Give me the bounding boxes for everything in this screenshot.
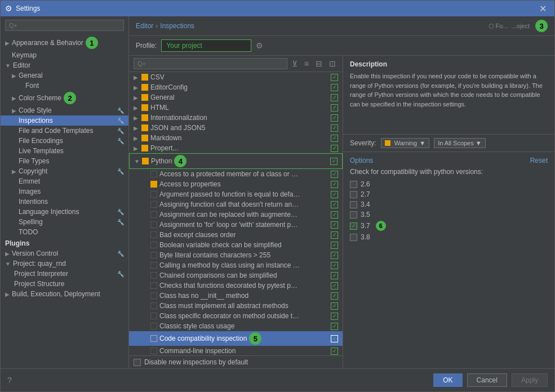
reset-link[interactable]: Reset <box>530 157 548 164</box>
checkbox-27[interactable] <box>350 191 357 198</box>
tree-node-pytest[interactable]: Checks that functions decorated by pytes… <box>129 280 343 291</box>
inspections-search-input[interactable] <box>134 58 287 69</box>
node-checkbox[interactable]: ✓ <box>331 262 338 269</box>
sidebar-item-spelling[interactable]: Spelling 🔧 <box>1 217 128 227</box>
ok-button[interactable]: OK <box>433 373 462 387</box>
node-checkbox[interactable]: ✓ <box>331 145 338 152</box>
tree-node-code-compat[interactable]: Code compatibility inspection 5 ✓ <box>129 331 343 346</box>
sidebar-item-inspections[interactable]: Inspections 🔧 <box>1 115 128 126</box>
node-checkbox[interactable]: ✓ <box>331 272 338 279</box>
node-checkbox[interactable]: ✓ <box>331 191 338 198</box>
tree-node-python[interactable]: ▼ Python 4 ✓ <box>129 153 343 169</box>
tree-node-html[interactable]: ▶ HTML ✓ <box>129 103 343 113</box>
node-checkbox[interactable]: ✓ <box>331 252 338 259</box>
node-checkbox[interactable]: ✓ <box>331 84 338 91</box>
sidebar-item-live-templates[interactable]: Live Templates <box>1 146 128 156</box>
sidebar-item-file-encodings[interactable]: File Encodings 🔧 <box>1 136 128 146</box>
tree-node-access-protected[interactable]: Access to a protected member of a class … <box>129 169 343 179</box>
tree-node-arg-default[interactable]: Argument passed to function is equal to … <box>129 189 343 199</box>
tree-node-calling-method[interactable]: Calling a method by class using an insta… <box>129 260 343 270</box>
sidebar-item-font[interactable]: Font <box>1 81 128 91</box>
tree-node-classic-style[interactable]: Classic style class usage ✓ <box>129 321 343 331</box>
sidebar-item-emmet[interactable]: Emmet <box>1 176 128 186</box>
node-checkbox[interactable]: ✓ <box>331 282 338 289</box>
close-button[interactable]: ✕ <box>536 2 550 15</box>
apply-button[interactable]: Apply <box>512 373 548 387</box>
checkbox-35[interactable] <box>350 211 357 219</box>
sidebar-item-file-types[interactable]: File Types <box>1 156 128 166</box>
tree-node-editorconfig[interactable]: ▶ EditorConfig ✓ <box>129 82 343 92</box>
tree-node-class-decorator[interactable]: Class specific decorator on method outsi… <box>129 311 343 321</box>
sidebar-item-project[interactable]: ▼ Project: quay_rnd <box>1 259 128 269</box>
tree-node-json[interactable]: ▶ JSON and JSON5 ✓ <box>129 123 343 133</box>
sidebar-item-color-scheme[interactable]: ▶ Color Scheme 2 <box>1 91 128 105</box>
sidebar-item-lang-injections[interactable]: Language Injections 🔧 <box>1 207 128 217</box>
node-checkbox[interactable]: ✓ <box>331 323 338 330</box>
sidebar-item-copyright[interactable]: ▶ Copyright 🔧 <box>1 166 128 176</box>
node-checkbox[interactable]: ✓ <box>331 335 338 342</box>
sidebar-item-general[interactable]: ▶ General <box>1 70 128 81</box>
checkbox-37[interactable]: ✓ <box>350 222 357 230</box>
node-checkbox[interactable]: ✓ <box>331 124 338 132</box>
collapse-all-button[interactable]: ⊟ <box>313 58 325 69</box>
sidebar-item-project-interpreter[interactable]: Project Interpreter 🔧 <box>1 269 128 279</box>
sidebar-item-images[interactable]: Images <box>1 186 128 197</box>
tree-node-chained[interactable]: Chained comparisons can be simplified ✓ <box>129 270 343 280</box>
sidebar-item-project-structure[interactable]: Project Structure <box>1 279 128 289</box>
tree-node-properties[interactable]: ▶ Propert... ✓ <box>129 143 343 153</box>
node-checkbox[interactable]: ✓ <box>331 104 338 112</box>
sidebar-item-version-control[interactable]: ▶ Version Control 🔧 <box>1 248 128 259</box>
node-checkbox[interactable]: ✓ <box>331 114 338 122</box>
node-checkbox[interactable]: ✓ <box>331 313 338 320</box>
tree-node-i18n[interactable]: ▶ Internationalization ✓ <box>129 113 343 123</box>
node-checkbox[interactable]: ✓ <box>331 231 338 239</box>
tree-node-assign-for-with[interactable]: Assignment to 'for' loop or 'with' state… <box>129 220 343 230</box>
settings-button[interactable]: ⊡ <box>327 58 338 69</box>
cancel-button[interactable]: Cancel <box>467 373 507 387</box>
sidebar-item-keymap[interactable]: Keymap <box>1 50 128 60</box>
tree-node-assign-noreturn[interactable]: Assigning function call that doesn't ret… <box>129 199 343 210</box>
tree-node-no-init[interactable]: Class has no __init__ method ✓ <box>129 291 343 301</box>
node-checkbox[interactable]: ✓ <box>331 94 338 101</box>
profile-input[interactable] <box>161 39 251 52</box>
node-checkbox[interactable]: ✓ <box>330 158 338 165</box>
node-checkbox[interactable]: ✓ <box>331 181 338 188</box>
sidebar-item-build[interactable]: ▶ Build, Execution, Deployment <box>1 289 128 299</box>
sidebar-item-intentions[interactable]: Intentions <box>1 197 128 207</box>
help-button[interactable]: ? <box>7 376 12 385</box>
disable-checkbox[interactable] <box>134 359 141 366</box>
node-checkbox[interactable]: ✓ <box>331 348 338 355</box>
scope-dropdown[interactable]: In All Scopes ▼ <box>434 138 486 148</box>
sidebar-item-appearance[interactable]: ▶ Appearance & Behavior 1 <box>1 35 128 50</box>
sidebar-item-file-templates[interactable]: File and Code Templates 🔧 <box>1 126 128 136</box>
sidebar-item-code-style[interactable]: ▶ Code Style 🔧 <box>1 105 128 115</box>
tree-node-access-properties[interactable]: Access to properties ✓ <box>129 179 343 189</box>
node-checkbox[interactable]: ✓ <box>331 211 338 219</box>
checkbox-34[interactable] <box>350 201 357 208</box>
profile-gear-button[interactable]: ⚙ <box>256 41 263 50</box>
sidebar-search-input[interactable] <box>5 20 124 31</box>
node-checkbox[interactable]: ✓ <box>331 242 338 249</box>
node-checkbox[interactable]: ✓ <box>331 302 338 310</box>
sidebar-item-editor[interactable]: ▼ Editor <box>1 60 128 70</box>
tree-node-assign-augmented[interactable]: Assignment can be replaced with augmente… <box>129 210 343 220</box>
tree-node-abstract[interactable]: Class must implement all abstract method… <box>129 301 343 311</box>
tree-node-boolean-simple[interactable]: Boolean variable check can be simplified… <box>129 240 343 250</box>
sidebar-section-plugins[interactable]: Plugins <box>1 237 128 248</box>
filter-button[interactable]: ⊻ <box>290 58 300 69</box>
checkbox-38[interactable] <box>350 234 357 241</box>
node-checkbox[interactable]: ✓ <box>331 74 338 81</box>
severity-dropdown[interactable]: Warning ▼ <box>381 138 429 148</box>
node-checkbox[interactable]: ✓ <box>331 171 338 178</box>
sidebar-item-todo[interactable]: TODO <box>1 227 128 237</box>
node-checkbox[interactable]: ✓ <box>331 292 338 300</box>
tree-node-byte-literal[interactable]: Byte literal contains characters > 255 ✓ <box>129 250 343 260</box>
tree-node-cmd-inspection[interactable]: Command-line inspection ✓ <box>129 346 343 355</box>
tree-node-csv[interactable]: ▶ CSV ✓ <box>129 72 343 82</box>
checkbox-26[interactable] <box>350 181 357 188</box>
node-checkbox[interactable]: ✓ <box>331 135 338 142</box>
expand-all-button[interactable]: ≡ <box>302 58 311 69</box>
tree-node-general[interactable]: ▶ General ✓ <box>129 92 343 103</box>
tree-node-markdown[interactable]: ▶ Markdown ✓ <box>129 133 343 143</box>
node-checkbox[interactable]: ✓ <box>331 201 338 208</box>
